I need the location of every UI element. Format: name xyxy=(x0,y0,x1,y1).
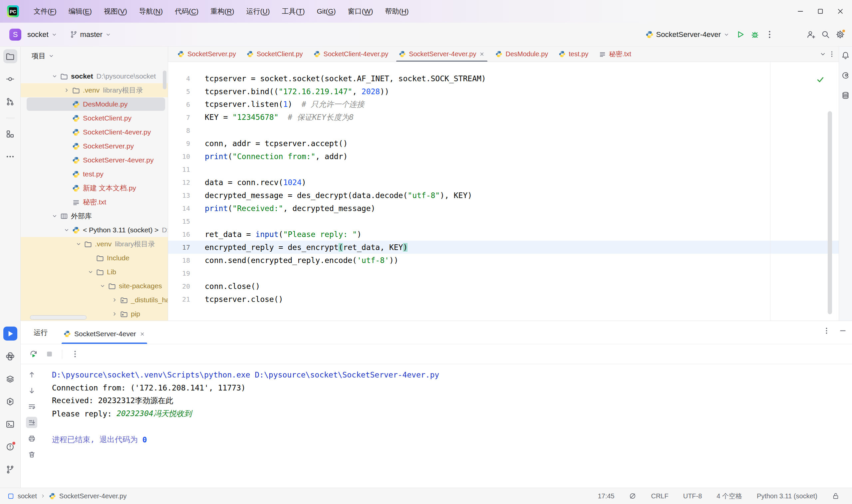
project-panel-header[interactable]: 项目 xyxy=(21,47,168,65)
code-line-9[interactable]: 9conn, addr = tcpserver.accept() xyxy=(168,137,839,150)
console-output[interactable]: D:\pysource\socket\.venv\Scripts\python.… xyxy=(42,364,852,488)
menu-item[interactable]: 代码(C) xyxy=(170,4,203,19)
menu-item[interactable]: 编辑(E) xyxy=(64,4,96,19)
scroll-up-button[interactable] xyxy=(26,369,37,380)
print-button[interactable] xyxy=(26,433,37,444)
tree-item--[interactable]: 外部库 xyxy=(21,209,168,223)
menu-item[interactable]: 帮助(H) xyxy=(380,4,413,19)
more-tools-tool-button[interactable] xyxy=(3,149,17,163)
scroll-down-button[interactable] xyxy=(26,385,37,396)
tree-item--Python-3.11-socket-[interactable]: < Python 3.11 (socket) >D:\py xyxy=(21,223,168,237)
status-widget[interactable]: 4 个空格 xyxy=(709,492,749,501)
project-avatar[interactable]: S xyxy=(9,29,21,41)
status-widget[interactable]: UTF-8 xyxy=(676,492,709,500)
database-button[interactable] xyxy=(840,89,852,101)
editor-tab-SocketServer-4ever.py[interactable]: SocketServer-4ever.py xyxy=(394,47,490,61)
menu-item[interactable]: 文件(F) xyxy=(29,4,61,19)
soft-wrap-button[interactable] xyxy=(26,401,37,412)
tree-horizontal-scrollbar[interactable] xyxy=(30,315,87,320)
commit-tool-button[interactable] xyxy=(3,72,17,86)
breadcrumb-file[interactable]: SocketServer-4ever.py xyxy=(59,492,127,500)
editor-tab--.txt[interactable]: 秘密.txt xyxy=(594,47,637,61)
tab-more-icon[interactable] xyxy=(828,51,835,58)
tree-item-.venv[interactable]: .venvlibrary根目录 xyxy=(21,237,168,251)
rerun-button[interactable] xyxy=(26,347,40,361)
code-line-15[interactable]: 15 xyxy=(168,215,839,228)
tree-item-test.py[interactable]: test.py xyxy=(21,167,168,181)
menu-item[interactable]: 窗口(W) xyxy=(343,4,378,19)
code-with-me-button[interactable] xyxy=(803,27,818,42)
run-tab[interactable]: SocketServer-4ever xyxy=(61,330,147,344)
menu-item[interactable]: 工具(T) xyxy=(277,4,310,19)
editor-scrollbar[interactable] xyxy=(828,111,832,314)
pull-requests-tool-button[interactable] xyxy=(3,94,17,109)
tree-item--.txt[interactable]: 秘密.txt xyxy=(21,195,168,209)
settings-button[interactable] xyxy=(833,27,847,42)
code-editor[interactable]: 4tcpserver = socket.socket(socket.AF_INE… xyxy=(168,62,839,321)
code-line-16[interactable]: 16ret_data = input("Please reply: ") xyxy=(168,228,839,241)
tree-item-.venv[interactable]: .venvlibrary根目录 xyxy=(21,83,168,97)
minimize-button[interactable] xyxy=(792,3,809,20)
status-inspections-off-widget[interactable] xyxy=(622,492,643,500)
tree-item-SocketClient-4ever.py[interactable]: SocketClient-4ever.py xyxy=(21,125,168,139)
tree-item-SocketServer.py[interactable]: SocketServer.py xyxy=(21,139,168,153)
tree-item-SocketServer-4ever.py[interactable]: SocketServer-4ever.py xyxy=(21,153,168,167)
tree-item-site-packages[interactable]: site-packages xyxy=(21,279,168,293)
version-control-tool-button[interactable] xyxy=(3,462,17,476)
notifications-button[interactable] xyxy=(840,49,852,61)
code-line-8[interactable]: 8 xyxy=(168,124,839,137)
close-icon[interactable] xyxy=(140,331,145,337)
debug-button[interactable] xyxy=(747,27,762,42)
terminal-tool-button[interactable] xyxy=(3,417,17,431)
run-tool-button[interactable] xyxy=(3,327,17,341)
search-everywhere-button[interactable] xyxy=(818,27,833,42)
code-line-6[interactable]: 6tcpserver.listen(1) # 只允许一个连接 xyxy=(168,98,839,111)
run-anything-tool-button[interactable] xyxy=(3,395,17,409)
project-tool-button[interactable] xyxy=(3,49,17,63)
status-widget[interactable]: 17:45 xyxy=(590,492,622,500)
tree-item-SocketClient.py[interactable]: SocketClient.py xyxy=(21,111,168,125)
run-button[interactable] xyxy=(733,27,747,42)
editor-tab-DesModule.py[interactable]: DesModule.py xyxy=(490,47,554,61)
tree-item-_distutils_hack[interactable]: _distutils_hack xyxy=(21,293,168,307)
code-line-13[interactable]: 13decrypted_message = des_decrypt(data.d… xyxy=(168,189,839,202)
menu-item[interactable]: 导航(N) xyxy=(134,4,167,19)
tree-item-Include[interactable]: Include xyxy=(21,251,168,265)
status-widget[interactable]: Python 3.11 (socket) xyxy=(749,492,825,500)
code-line-12[interactable]: 12data = conn.recv(1024) xyxy=(168,176,839,189)
tree-item-socket[interactable]: socketD:\pysource\socket xyxy=(21,69,168,83)
structure-tool-button[interactable] xyxy=(3,127,17,141)
python-packages-tool-button[interactable] xyxy=(3,349,17,363)
code-line-4[interactable]: 4tcpserver = socket.socket(socket.AF_INE… xyxy=(168,72,839,85)
stop-button[interactable] xyxy=(42,347,56,361)
code-line-18[interactable]: 18conn.send(encrypted_reply.encode('utf-… xyxy=(168,254,839,267)
tree-vertical-scrollbar[interactable] xyxy=(163,71,166,89)
console-more-button[interactable] xyxy=(68,347,81,361)
status-widget[interactable]: CRLF xyxy=(643,492,675,500)
breadcrumb-project[interactable]: socket xyxy=(18,492,37,500)
menu-item[interactable]: 重构(R) xyxy=(206,4,239,19)
ai-assistant-button[interactable] xyxy=(840,69,852,81)
minimize-panel-icon[interactable] xyxy=(839,327,847,335)
project-selector[interactable]: socket xyxy=(24,28,60,42)
tab-list-chevron-icon[interactable] xyxy=(819,51,827,58)
code-line-17[interactable]: 17encrypted_reply = des_encrypt(ret_data… xyxy=(168,241,839,254)
maximize-button[interactable] xyxy=(812,3,829,20)
close-icon[interactable] xyxy=(479,51,485,57)
code-line-5[interactable]: 5tcpserver.bind(("172.16.219.147", 2028)… xyxy=(168,85,839,98)
branch-selector[interactable]: master xyxy=(67,28,114,42)
clear-console-button[interactable] xyxy=(26,449,37,460)
menu-item[interactable]: 视图(V) xyxy=(99,4,132,19)
editor-tab-SocketServer.py[interactable]: SocketServer.py xyxy=(172,47,241,61)
inspections-ok-icon[interactable] xyxy=(816,75,825,84)
status-lock-open-widget[interactable] xyxy=(825,492,847,500)
more-actions-button[interactable] xyxy=(762,27,777,42)
tree-item-Lib[interactable]: Lib xyxy=(21,265,168,279)
code-line-21[interactable]: 21tcpserver.close() xyxy=(168,293,839,306)
code-line-11[interactable]: 11 xyxy=(168,163,839,176)
menu-item[interactable]: 运行(U) xyxy=(241,4,274,19)
scroll-to-end-button[interactable] xyxy=(26,417,37,428)
code-line-20[interactable]: 20conn.close() xyxy=(168,280,839,293)
tree-item-DesModule.py[interactable]: DesModule.py xyxy=(21,97,168,111)
more-vertical-icon[interactable] xyxy=(823,327,830,335)
